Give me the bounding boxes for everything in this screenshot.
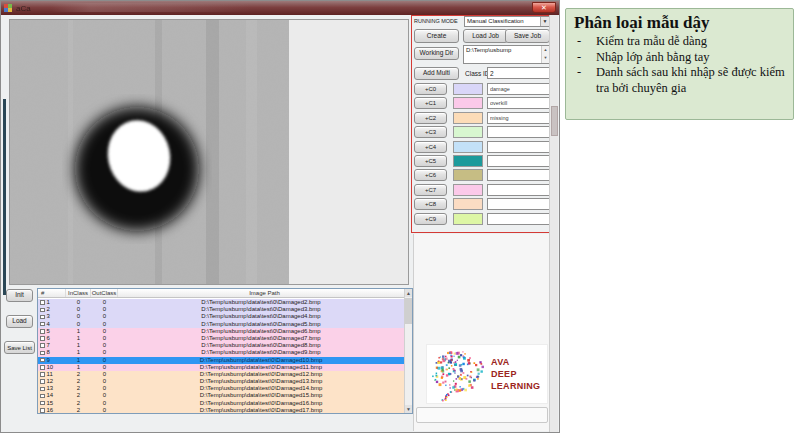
row-checkbox[interactable] xyxy=(40,336,45,341)
class-color-swatch xyxy=(453,141,483,153)
class-add-button-9[interactable]: +C9 xyxy=(414,213,447,225)
row-checkbox[interactable] xyxy=(40,372,45,377)
table-scroll-thumb[interactable] xyxy=(405,298,412,324)
class-id-input[interactable] xyxy=(487,67,550,79)
table-row[interactable]: 1320D:\Temp\usbump\data\test\0\Damaged14… xyxy=(38,385,404,392)
row-checkbox[interactable] xyxy=(40,365,45,370)
table-row[interactable]: 1120D:\Temp\usbump\data\test\0\Damaged12… xyxy=(38,371,404,378)
table-row[interactable]: 1520D:\Temp\usbump\data\test\0\Damaged16… xyxy=(38,400,404,407)
row-checkbox[interactable] xyxy=(40,387,45,392)
class-add-button-7[interactable]: +C7 xyxy=(414,184,447,196)
table-row[interactable]: 1220D:\Temp\usbump\data\test\0\Damaged13… xyxy=(38,378,404,385)
load-job-button[interactable]: Load Job xyxy=(463,29,508,43)
class-add-button-3[interactable]: +C3 xyxy=(414,126,447,138)
window-titlebar[interactable]: aCa ✕ xyxy=(1,1,559,15)
class-row: +C5 xyxy=(412,155,553,167)
cell-outclass: 0 xyxy=(91,378,118,385)
create-button[interactable]: Create xyxy=(414,29,459,43)
row-checkbox[interactable] xyxy=(40,308,45,313)
class-label-field[interactable] xyxy=(487,198,550,210)
load-button[interactable]: Load xyxy=(6,315,33,328)
logo-line: LEARNING xyxy=(491,380,540,392)
class-label-field[interactable] xyxy=(487,112,550,124)
table-row[interactable]: 1420D:\Temp\usbump\data\test\0\Damaged15… xyxy=(38,392,404,399)
class-add-button-5[interactable]: +C5 xyxy=(414,155,447,167)
row-checkbox[interactable] xyxy=(40,315,45,320)
class-add-button-4[interactable]: +C4 xyxy=(414,141,447,153)
working-dir-field[interactable]: D:\Temp\usbump ▲▼ xyxy=(463,45,550,64)
scroll-down-icon[interactable]: ▼ xyxy=(405,405,412,413)
left-splitter[interactable] xyxy=(3,99,6,295)
class-add-button-2[interactable]: +C2 xyxy=(414,112,447,124)
add-multi-button[interactable]: Add Multi xyxy=(414,67,459,80)
table-row[interactable]: 810D:\Temp\usbump\data\test\0\Damaged9.b… xyxy=(38,349,404,356)
cell-image-path: D:\Temp\usbump\data\test\0\Damaged16.bmp xyxy=(118,400,404,407)
class-add-button-1[interactable]: +C1 xyxy=(414,97,447,109)
table-row[interactable]: 1010D:\Temp\usbump\data\test\0\Damaged11… xyxy=(38,364,404,371)
workdir-scroll[interactable]: ▲▼ xyxy=(541,46,549,63)
bottom-right-panel: AVA DEEP LEARNING xyxy=(413,234,549,431)
table-scrollbar[interactable]: ▲ ▼ xyxy=(404,289,412,413)
row-checkbox[interactable] xyxy=(40,329,45,334)
table-row[interactable]: 510D:\Temp\usbump\data\test\0\Damaged6.b… xyxy=(38,328,404,335)
row-checkbox[interactable] xyxy=(40,401,45,406)
window-scroll-thumb[interactable] xyxy=(551,106,558,136)
class-label-field[interactable] xyxy=(487,184,550,196)
scroll-up-icon[interactable]: ▲ xyxy=(405,289,412,297)
init-button[interactable]: Init xyxy=(6,289,33,302)
class-label-field[interactable] xyxy=(487,141,550,153)
class-label-field[interactable] xyxy=(487,97,550,109)
table-row[interactable]: 610D:\Temp\usbump\data\test\0\Damaged7.b… xyxy=(38,335,404,342)
chevron-down-icon[interactable]: ▼ xyxy=(540,17,549,26)
table-row[interactable]: 300D:\Temp\usbump\data\test\0\Damaged4.b… xyxy=(38,313,404,320)
table-row[interactable]: 910D:\Temp\usbump\data\test\0\Damaged10.… xyxy=(38,357,404,364)
table-row[interactable]: 200D:\Temp\usbump\data\test\0\Damaged3.b… xyxy=(38,306,404,313)
note-bullet: - Nhập lớp ảnh bằng tay xyxy=(574,50,787,66)
class-row: +C8 xyxy=(412,198,553,210)
class-label-field[interactable] xyxy=(487,83,550,95)
row-checkbox[interactable] xyxy=(40,343,45,348)
table-header[interactable]: # InClass OutClass Image Path xyxy=(38,289,412,298)
class-add-button-0[interactable]: +C0 xyxy=(414,83,447,95)
cell-outclass: 0 xyxy=(91,392,118,399)
cell-image-path: D:\Temp\usbump\data\test\0\Damaged6.bmp xyxy=(118,328,404,335)
running-mode-select[interactable]: Manual Classification ▼ xyxy=(464,16,550,27)
header-num[interactable]: # xyxy=(38,289,66,297)
class-label-field[interactable] xyxy=(487,169,550,181)
header-outclass[interactable]: OutClass xyxy=(91,289,118,297)
close-button[interactable]: ✕ xyxy=(532,2,556,13)
row-checkbox[interactable] xyxy=(40,379,45,384)
row-checkbox[interactable] xyxy=(40,300,45,305)
class-row: +C4 xyxy=(412,141,553,153)
save-list-button[interactable]: Save List xyxy=(4,341,35,354)
table-row[interactable]: 400D:\Temp\usbump\data\test\0\Damaged5.b… xyxy=(38,321,404,328)
class-label-field[interactable] xyxy=(487,213,550,225)
row-checkbox[interactable] xyxy=(40,322,45,327)
window-scrollbar[interactable] xyxy=(549,15,558,432)
class-row: +C7 xyxy=(412,184,553,196)
class-add-button-6[interactable]: +C6 xyxy=(414,169,447,181)
header-inclass[interactable]: InClass xyxy=(66,289,91,297)
row-checkbox[interactable] xyxy=(40,394,45,399)
running-mode-label: RUNNING MODE xyxy=(414,18,458,24)
cell-image-path: D:\Temp\usbump\data\test\0\Damaged15.bmp xyxy=(118,392,404,399)
class-color-swatch xyxy=(453,126,483,138)
header-image-path[interactable]: Image Path xyxy=(118,289,412,297)
class-add-button-8[interactable]: +C8 xyxy=(414,198,447,210)
class-label-field[interactable] xyxy=(487,126,550,138)
cell-outclass: 0 xyxy=(91,313,118,320)
class-list: +C0+C1+C2+C3+C4+C5+C6+C7+C8+C9 xyxy=(412,83,553,227)
table-row[interactable]: 1620D:\Temp\usbump\data\test\0\Damaged17… xyxy=(38,407,404,413)
row-checkbox[interactable] xyxy=(40,358,45,363)
table-row[interactable]: 710D:\Temp\usbump\data\test\0\Damaged8.b… xyxy=(38,342,404,349)
working-dir-button[interactable]: Working Dir xyxy=(414,47,459,60)
save-job-button[interactable]: Save Job xyxy=(505,29,550,43)
row-checkbox[interactable] xyxy=(40,351,45,356)
class-label-field[interactable] xyxy=(487,155,550,167)
cell-inclass: 1 xyxy=(66,357,91,364)
row-number: 11 xyxy=(47,371,53,378)
row-number: 6 xyxy=(47,335,50,342)
table-row[interactable]: 100D:\Temp\usbump\data\test\0\Damaged2.b… xyxy=(38,299,404,306)
row-checkbox[interactable] xyxy=(40,408,45,413)
row-number: 8 xyxy=(47,349,50,356)
